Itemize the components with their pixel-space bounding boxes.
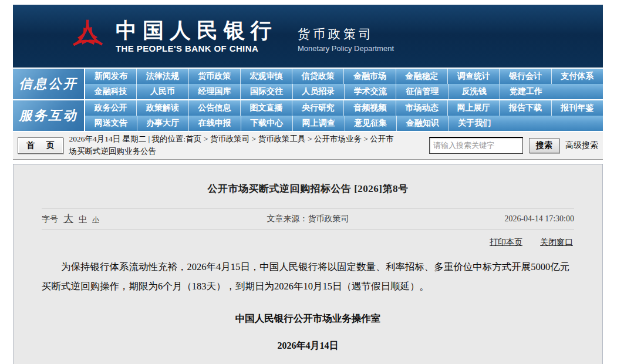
page-title: 公开市场买断式逆回购招标公告 [2026]第8号 — [42, 164, 574, 196]
nav-item[interactable]: 金融市场 — [343, 69, 395, 84]
pboc-logo-icon: 人 人 人 — [69, 17, 106, 56]
nav-item[interactable]: 音频视频 — [343, 100, 395, 116]
article-datetime: 2026-04-14 17:30:00 — [397, 214, 574, 224]
nav-item[interactable]: 货币政策 — [188, 69, 240, 84]
nav-item[interactable]: 学术交流 — [344, 84, 396, 99]
home-button[interactable]: 首 页 — [18, 137, 63, 154]
nav-item[interactable]: 经理国库 — [188, 84, 240, 99]
nav-label-service-interaction[interactable]: 服务互动 — [13, 100, 84, 131]
nav-rows: 政务公开政策解读公告信息图文直播央行研究音频视频市场动态网上展厅报告下载报刊年鉴… — [85, 100, 603, 131]
nav-row: 网送文告办事大厅在线申报下载中心网上调查意见征集金融知识关于我们 — [85, 116, 603, 131]
nav-item[interactable]: 图文直播 — [240, 100, 292, 116]
nav-item[interactable]: 网送文告 — [85, 116, 137, 131]
nav-item[interactable]: 宏观审慎 — [240, 69, 292, 84]
font-size-label: 字号 — [42, 214, 58, 225]
department-name-cn: 货币政策司 — [298, 26, 394, 42]
breadcrumb-bar: 首 页 2026年4月14日 星期二 | 我的位置:首页 > 货币政策司 > 货… — [13, 132, 603, 160]
font-size-small-button[interactable]: 小 — [92, 215, 99, 225]
print-page-link[interactable]: 打印本页 — [490, 237, 522, 248]
nav-item[interactable]: 金融知识 — [396, 116, 448, 131]
site-banner: 人 人 人 中国人民银行 THE PEOPLE'S BANK OF CHINA … — [13, 5, 603, 68]
nav-item[interactable]: 报告下载 — [499, 100, 551, 116]
close-window-link[interactable]: 关闭窗口 — [540, 237, 573, 248]
nav-filler — [500, 116, 603, 131]
nav-item[interactable]: 新闻发布 — [85, 69, 136, 84]
nav-item[interactable]: 网上展厅 — [447, 100, 499, 116]
breadcrumb[interactable]: 2026年4月14日 星期二 | 我的位置:首页 > 货币政策司 > 货币政策工… — [69, 133, 399, 158]
nav-item[interactable]: 征信管理 — [396, 84, 447, 99]
nav-item[interactable]: 政策解读 — [136, 100, 188, 116]
bank-brand: 中国人民银行 THE PEOPLE'S BANK OF CHINA — [116, 19, 278, 53]
nav-item[interactable]: 在线申报 — [188, 116, 241, 131]
nav-row: 新闻发布法律法规货币政策宏观审慎信贷政策金融市场金融稳定调查统计银行会计支付体系 — [85, 69, 603, 84]
article-body: 为保持银行体系流动性充裕，2026年4月15日，中国人民银行将以固定数量、利率招… — [42, 257, 574, 296]
nav-item[interactable]: 调查统计 — [447, 69, 499, 84]
nav-section-service: 服务互动 政务公开政策解读公告信息图文直播央行研究音频视频市场动态网上展厅报告下… — [13, 100, 603, 131]
nav-section-info: 信息公开 新闻发布法律法规货币政策宏观审慎信贷政策金融市场金融稳定调查统计银行会… — [13, 69, 603, 99]
advanced-search-link[interactable]: 高级搜索 — [565, 140, 598, 151]
nav-item[interactable]: 国际交往 — [240, 84, 292, 99]
nav-item[interactable]: 报刊年鉴 — [551, 100, 603, 116]
nav-item[interactable]: 央行研究 — [292, 100, 343, 116]
nav-item[interactable]: 法律法规 — [136, 69, 188, 84]
nav-item[interactable]: 市场动态 — [396, 100, 447, 116]
article-source: 文章来源：货币政策司 — [219, 214, 396, 224]
nav-item[interactable]: 下载中心 — [241, 116, 293, 131]
nav-filler — [552, 84, 603, 99]
nav-item[interactable]: 人员招录 — [292, 84, 344, 99]
article-date: 2026年4月14日 — [42, 340, 574, 352]
nav-row: 金融科技人民币经理国库国际交往人员招录学术交流征信管理反洗钱党建工作 — [85, 84, 603, 99]
bank-name-cn: 中国人民银行 — [116, 19, 278, 43]
department-brand: 货币政策司 Monetary Policy Department — [298, 20, 394, 53]
department-name-en: Monetary Policy Department — [298, 44, 394, 53]
search-input[interactable] — [429, 137, 523, 154]
nav-item[interactable]: 政务公开 — [85, 100, 136, 116]
bank-name-en: THE PEOPLE'S BANK OF CHINA — [116, 43, 278, 53]
nav-item[interactable]: 支付体系 — [551, 69, 603, 84]
nav-item[interactable]: 办事大厅 — [137, 116, 189, 131]
nav-item[interactable]: 金融稳定 — [396, 69, 447, 84]
article-signature: 中国人民银行公开市场业务操作室 — [42, 312, 574, 325]
search-area: 搜索 高级搜索 — [429, 137, 598, 154]
nav-item[interactable]: 金融科技 — [85, 84, 136, 99]
font-size-control: 字号 大 中 小 — [42, 212, 219, 225]
nav-row: 政务公开政策解读公告信息图文直播央行研究音频视频市场动态网上展厅报告下载报刊年鉴 — [85, 100, 603, 116]
nav-item[interactable]: 信贷政策 — [292, 69, 343, 84]
nav-item[interactable]: 网上调查 — [292, 116, 345, 131]
nav-item[interactable]: 反洗钱 — [448, 84, 500, 99]
nav-label-info-disclosure[interactable]: 信息公开 — [13, 69, 84, 99]
article-meta-row: 字号 大 中 小 文章来源：货币政策司 2026-04-14 17:30:00 — [42, 208, 574, 230]
article-panel: 公开市场买断式逆回购招标公告 [2026]第8号 字号 大 中 小 文章来源：货… — [13, 164, 603, 364]
nav-item[interactable]: 人民币 — [136, 84, 188, 99]
nav-item[interactable]: 银行会计 — [499, 69, 551, 84]
font-size-medium-button[interactable]: 中 — [79, 214, 87, 225]
nav-item[interactable]: 公告信息 — [188, 100, 240, 116]
nav-rows: 新闻发布法律法规货币政策宏观审慎信贷政策金融市场金融稳定调查统计银行会计支付体系… — [85, 69, 603, 99]
nav-item[interactable]: 党建工作 — [500, 84, 551, 99]
nav-item[interactable]: 意见征集 — [345, 116, 397, 131]
page: 人 人 人 中国人民银行 THE PEOPLE'S BANK OF CHINA … — [13, 5, 603, 364]
font-size-large-button[interactable]: 大 — [63, 212, 73, 225]
article-actions: 打印本页 关闭窗口 — [42, 230, 574, 248]
nav-item[interactable]: 关于我们 — [448, 116, 501, 131]
search-button[interactable]: 搜索 — [529, 138, 559, 153]
